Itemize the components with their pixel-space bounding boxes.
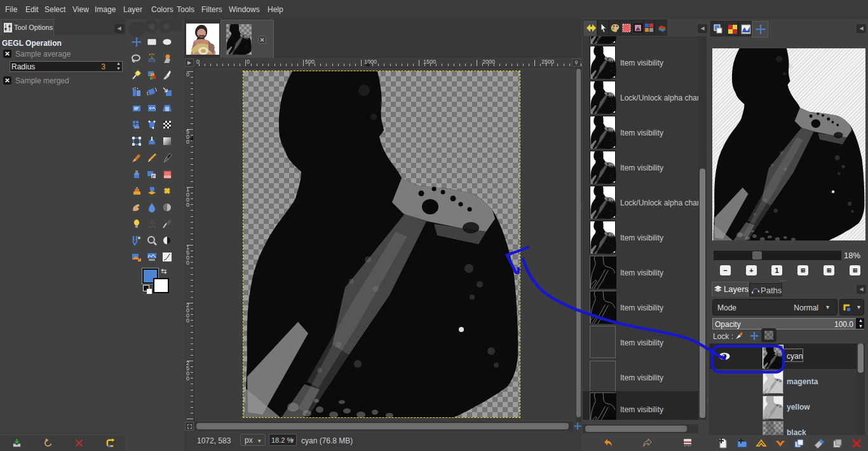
- svg-text:A: A: [149, 219, 155, 229]
